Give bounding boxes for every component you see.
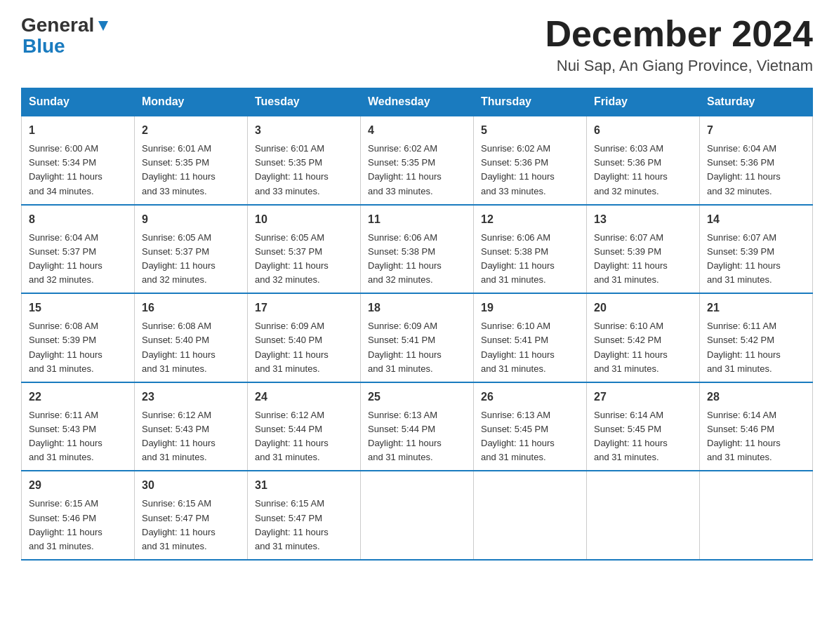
day-info: Sunrise: 6:08 AMSunset: 5:40 PMDaylight:… [142,319,240,376]
day-info: Sunrise: 6:05 AMSunset: 5:37 PMDaylight:… [142,231,240,288]
day-number: 7 [707,122,805,139]
day-number: 24 [255,389,353,405]
day-number: 1 [29,122,127,139]
day-info: Sunrise: 6:01 AMSunset: 5:35 PMDaylight:… [142,142,240,199]
calendar-cell: 12Sunrise: 6:06 AMSunset: 5:38 PMDayligh… [474,205,587,294]
col-friday: Friday [587,88,700,116]
calendar-cell [587,471,700,560]
day-number: 27 [594,389,692,405]
day-number: 13 [594,211,692,228]
calendar-header-row: Sunday Monday Tuesday Wednesday Thursday… [22,88,813,116]
calendar-cell: 25Sunrise: 6:13 AMSunset: 5:44 PMDayligh… [361,382,474,471]
day-number: 12 [481,211,579,228]
day-info: Sunrise: 6:14 AMSunset: 5:46 PMDaylight:… [707,408,805,465]
day-info: Sunrise: 6:04 AMSunset: 5:37 PMDaylight:… [29,231,127,288]
col-thursday: Thursday [474,88,587,116]
calendar-week-row: 22Sunrise: 6:11 AMSunset: 5:43 PMDayligh… [22,382,813,471]
calendar-cell: 10Sunrise: 6:05 AMSunset: 5:37 PMDayligh… [248,205,361,294]
calendar-cell [474,471,587,560]
day-number: 16 [142,300,240,316]
day-number: 28 [707,389,805,405]
day-number: 21 [707,300,805,316]
day-number: 3 [255,122,353,139]
day-info: Sunrise: 6:14 AMSunset: 5:45 PMDaylight:… [594,408,692,465]
calendar-cell: 8Sunrise: 6:04 AMSunset: 5:37 PMDaylight… [22,205,135,294]
calendar-cell [700,471,813,560]
calendar-cell: 22Sunrise: 6:11 AMSunset: 5:43 PMDayligh… [22,382,135,471]
calendar-cell: 4Sunrise: 6:02 AMSunset: 5:35 PMDaylight… [361,116,474,205]
day-number: 5 [481,122,579,139]
calendar-cell: 14Sunrise: 6:07 AMSunset: 5:39 PMDayligh… [700,205,813,294]
calendar-cell: 17Sunrise: 6:09 AMSunset: 5:40 PMDayligh… [248,293,361,382]
day-number: 26 [481,389,579,405]
logo-general-text: General [21,14,94,36]
calendar-cell: 16Sunrise: 6:08 AMSunset: 5:40 PMDayligh… [135,293,248,382]
col-tuesday: Tuesday [248,88,361,116]
calendar-cell: 24Sunrise: 6:12 AMSunset: 5:44 PMDayligh… [248,382,361,471]
day-number: 15 [29,300,127,316]
day-info: Sunrise: 6:07 AMSunset: 5:39 PMDaylight:… [707,231,805,288]
calendar-cell: 11Sunrise: 6:06 AMSunset: 5:38 PMDayligh… [361,205,474,294]
calendar-cell: 29Sunrise: 6:15 AMSunset: 5:46 PMDayligh… [22,471,135,560]
day-info: Sunrise: 6:02 AMSunset: 5:35 PMDaylight:… [368,142,466,199]
day-number: 19 [481,300,579,316]
day-info: Sunrise: 6:15 AMSunset: 5:46 PMDaylight:… [29,497,127,554]
calendar-week-row: 15Sunrise: 6:08 AMSunset: 5:39 PMDayligh… [22,293,813,382]
calendar-cell: 7Sunrise: 6:04 AMSunset: 5:36 PMDaylight… [700,116,813,205]
day-info: Sunrise: 6:07 AMSunset: 5:39 PMDaylight:… [594,231,692,288]
day-info: Sunrise: 6:10 AMSunset: 5:41 PMDaylight:… [481,319,579,376]
day-number: 22 [29,389,127,405]
day-number: 20 [594,300,692,316]
day-number: 14 [707,211,805,228]
logo: General Blue [21,14,111,56]
day-info: Sunrise: 6:12 AMSunset: 5:44 PMDaylight:… [255,408,353,465]
col-sunday: Sunday [22,88,135,116]
calendar-cell: 21Sunrise: 6:11 AMSunset: 5:42 PMDayligh… [700,293,813,382]
page-header: General Blue December 2024 Nui Sap, An G… [21,14,813,75]
day-number: 30 [142,477,240,494]
day-number: 18 [368,300,466,316]
calendar-cell: 9Sunrise: 6:05 AMSunset: 5:37 PMDaylight… [135,205,248,294]
day-info: Sunrise: 6:11 AMSunset: 5:42 PMDaylight:… [707,319,805,376]
day-info: Sunrise: 6:06 AMSunset: 5:38 PMDaylight:… [481,231,579,288]
day-info: Sunrise: 6:10 AMSunset: 5:42 PMDaylight:… [594,319,692,376]
day-number: 17 [255,300,353,316]
calendar-cell: 6Sunrise: 6:03 AMSunset: 5:36 PMDaylight… [587,116,700,205]
day-number: 4 [368,122,466,139]
col-wednesday: Wednesday [361,88,474,116]
calendar-cell: 27Sunrise: 6:14 AMSunset: 5:45 PMDayligh… [587,382,700,471]
day-number: 8 [29,211,127,228]
day-info: Sunrise: 6:06 AMSunset: 5:38 PMDaylight:… [368,231,466,288]
calendar-cell: 28Sunrise: 6:14 AMSunset: 5:46 PMDayligh… [700,382,813,471]
day-info: Sunrise: 6:08 AMSunset: 5:39 PMDaylight:… [29,319,127,376]
col-saturday: Saturday [700,88,813,116]
day-number: 25 [368,389,466,405]
day-info: Sunrise: 6:09 AMSunset: 5:40 PMDaylight:… [255,319,353,376]
location-subtitle: Nui Sap, An Giang Province, Vietnam [545,57,813,75]
svg-marker-0 [98,21,108,31]
calendar-cell: 18Sunrise: 6:09 AMSunset: 5:41 PMDayligh… [361,293,474,382]
day-info: Sunrise: 6:01 AMSunset: 5:35 PMDaylight:… [255,142,353,199]
day-info: Sunrise: 6:03 AMSunset: 5:36 PMDaylight:… [594,142,692,199]
day-info: Sunrise: 6:11 AMSunset: 5:43 PMDaylight:… [29,408,127,465]
day-info: Sunrise: 6:15 AMSunset: 5:47 PMDaylight:… [142,497,240,554]
logo-blue-text: Blue [21,36,65,56]
calendar-cell: 2Sunrise: 6:01 AMSunset: 5:35 PMDaylight… [135,116,248,205]
calendar-title: December 2024 [545,14,813,54]
day-number: 6 [594,122,692,139]
day-info: Sunrise: 6:05 AMSunset: 5:37 PMDaylight:… [255,231,353,288]
day-info: Sunrise: 6:13 AMSunset: 5:45 PMDaylight:… [481,408,579,465]
day-number: 10 [255,211,353,228]
day-info: Sunrise: 6:13 AMSunset: 5:44 PMDaylight:… [368,408,466,465]
calendar-cell: 19Sunrise: 6:10 AMSunset: 5:41 PMDayligh… [474,293,587,382]
calendar-table: Sunday Monday Tuesday Wednesday Thursday… [21,88,813,561]
col-monday: Monday [135,88,248,116]
calendar-cell: 3Sunrise: 6:01 AMSunset: 5:35 PMDaylight… [248,116,361,205]
day-number: 11 [368,211,466,228]
day-number: 2 [142,122,240,139]
calendar-cell: 31Sunrise: 6:15 AMSunset: 5:47 PMDayligh… [248,471,361,560]
day-number: 31 [255,477,353,494]
title-section: December 2024 Nui Sap, An Giang Province… [545,14,813,75]
calendar-cell: 5Sunrise: 6:02 AMSunset: 5:36 PMDaylight… [474,116,587,205]
calendar-cell: 26Sunrise: 6:13 AMSunset: 5:45 PMDayligh… [474,382,587,471]
